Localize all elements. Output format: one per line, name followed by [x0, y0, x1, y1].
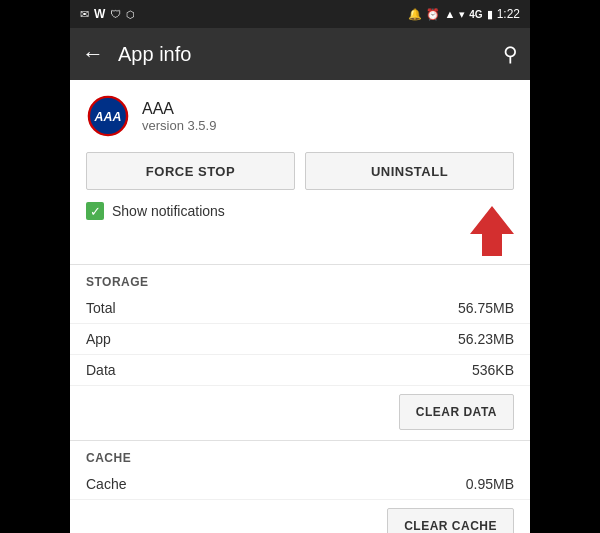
- data-value: 536KB: [472, 362, 514, 378]
- app-action-buttons: FORCE STOP UNINSTALL: [70, 148, 530, 202]
- clear-data-button[interactable]: CLEAR DATA: [399, 394, 514, 430]
- app-name: AAA: [142, 100, 216, 118]
- table-row: Data 536KB: [70, 355, 530, 386]
- time-display: 1:22: [497, 7, 520, 21]
- storage-section-header: STORAGE: [70, 264, 530, 293]
- wifi-icon: ▾: [459, 8, 465, 21]
- check-icon: ✓: [90, 205, 101, 218]
- cache-section-header: CACHE: [70, 440, 530, 469]
- clear-data-row: CLEAR DATA: [70, 386, 530, 440]
- message-icon: ✉: [80, 8, 89, 21]
- app-value: 56.23MB: [458, 331, 514, 347]
- content-area: AAA AAA version 3.5.9 FORCE STOP UNINSTA…: [70, 80, 530, 533]
- status-bar-right: 🔔 ⏰ ▲ ▾ 4G ▮ 1:22: [408, 7, 520, 21]
- shield-icon: 🛡: [110, 8, 121, 20]
- total-value: 56.75MB: [458, 300, 514, 316]
- up-arrow-icon: [470, 204, 514, 258]
- total-label: Total: [86, 300, 116, 316]
- data-label: Data: [86, 362, 116, 378]
- search-button[interactable]: ⚲: [503, 42, 518, 66]
- 4g-label: 4G: [469, 9, 482, 20]
- app-label: App: [86, 331, 111, 347]
- app-header: AAA AAA version 3.5.9: [70, 80, 530, 148]
- battery-icon: ▮: [487, 8, 493, 21]
- svg-text:AAA: AAA: [94, 110, 122, 124]
- status-bar-left: ✉ W 🛡 ⬡: [80, 7, 135, 21]
- clear-cache-row: CLEAR CACHE: [70, 500, 530, 533]
- app-version: version 3.5.9: [142, 118, 216, 133]
- signal-icon: ▲: [444, 8, 455, 20]
- back-button[interactable]: ←: [82, 43, 104, 65]
- app-logo: AAA: [86, 94, 130, 138]
- top-bar: ← App info ⚲: [70, 28, 530, 80]
- alarm-icon: 🔔: [408, 8, 422, 21]
- table-row: Cache 0.95MB: [70, 469, 530, 500]
- notification-row: ✓ Show notifications: [86, 202, 470, 220]
- storage-rows: Total 56.75MB App 56.23MB Data 536KB: [70, 293, 530, 386]
- table-row: Total 56.75MB: [70, 293, 530, 324]
- notifications-label: Show notifications: [112, 203, 225, 219]
- app-info-text: AAA version 3.5.9: [142, 100, 216, 133]
- table-row: App 56.23MB: [70, 324, 530, 355]
- page-title: App info: [118, 43, 503, 66]
- shield2-icon: ⬡: [126, 9, 135, 20]
- status-bar: ✉ W 🛡 ⬡ 🔔 ⏰ ▲ ▾ 4G ▮ 1:22: [70, 0, 530, 28]
- cache-rows: Cache 0.95MB: [70, 469, 530, 500]
- notifications-checkbox[interactable]: ✓: [86, 202, 104, 220]
- aaa-logo-svg: AAA: [87, 95, 129, 137]
- cache-value: 0.95MB: [466, 476, 514, 492]
- phone-container: ✉ W 🛡 ⬡ 🔔 ⏰ ▲ ▾ 4G ▮ 1:22 ← App info ⚲ A…: [70, 0, 530, 533]
- clear-cache-button[interactable]: CLEAR CACHE: [387, 508, 514, 533]
- arrow-container: [470, 204, 514, 258]
- svg-marker-3: [470, 206, 514, 256]
- uninstall-button[interactable]: UNINSTALL: [305, 152, 514, 190]
- cache-label: Cache: [86, 476, 126, 492]
- force-stop-button[interactable]: FORCE STOP: [86, 152, 295, 190]
- w-icon: W: [94, 7, 105, 21]
- clock-icon: ⏰: [426, 8, 440, 21]
